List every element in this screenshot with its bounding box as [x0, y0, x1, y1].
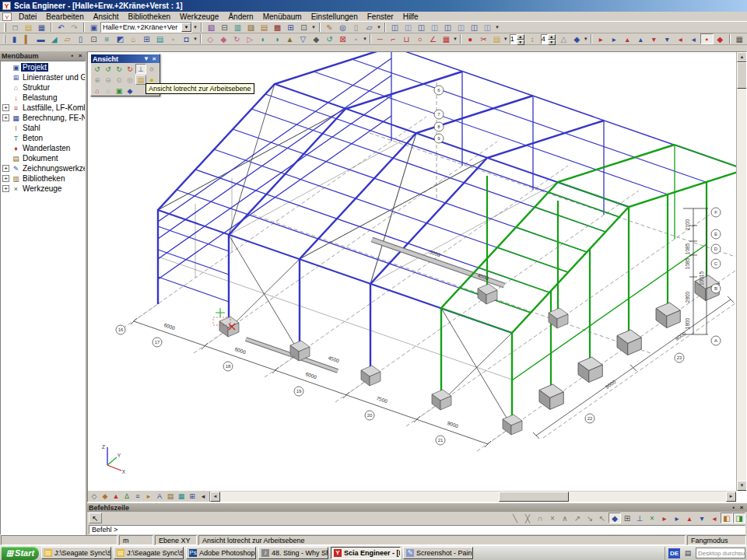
- mirror-icon[interactable]: ▷: [244, 33, 257, 44]
- snap-node-blue-icon[interactable]: ▸: [671, 513, 683, 523]
- toolbar-grip[interactable]: [4, 35, 5, 44]
- toolbar-overflow-caret[interactable]: ▼: [503, 33, 508, 44]
- taskbar-button[interactable]: ▤J:\Seagate Sync\SyncRe...: [41, 547, 111, 559]
- spinner-up-icon[interactable]: ▲: [548, 34, 556, 40]
- zoom-all-icon[interactable]: ◎: [124, 75, 135, 85]
- line-grid-icon[interactable]: ⊥: [633, 513, 646, 523]
- new-file-icon[interactable]: □: [9, 22, 22, 33]
- circle-icon[interactable]: ○: [413, 33, 426, 44]
- storey-icon[interactable]: ▤: [153, 33, 167, 44]
- win-arrange-7-icon[interactable]: ◫: [468, 22, 481, 33]
- command-input[interactable]: Befehl >: [89, 525, 745, 534]
- toolbar-overflow-caret[interactable]: ▼: [584, 33, 588, 44]
- cut-icon[interactable]: ✂: [477, 33, 490, 44]
- model-viewport[interactable]: 1617181920212223FEDCBA6789 6000600060007…: [87, 51, 747, 502]
- load-combi-icon[interactable]: ◆: [714, 33, 727, 44]
- zoom-question-icon[interactable]: ○: [146, 64, 157, 74]
- close-icon[interactable]: ×: [150, 55, 158, 62]
- spinner-value[interactable]: 1: [510, 34, 517, 44]
- snap-perp-icon[interactable]: ↘: [584, 513, 596, 523]
- save-icon[interactable]: ▦: [35, 22, 48, 33]
- clipboard-icon[interactable]: ▤: [258, 22, 271, 33]
- zoom-in-icon[interactable]: ⊕: [92, 75, 103, 85]
- spinner-value[interactable]: 4: [541, 34, 548, 44]
- pin-icon[interactable]: ▪: [730, 504, 738, 512]
- win-arrange-4-icon[interactable]: ◫: [428, 22, 441, 33]
- redo-icon[interactable]: ↷: [68, 22, 81, 33]
- close-icon[interactable]: ×: [76, 52, 84, 60]
- member-beam-icon[interactable]: ▬: [34, 33, 47, 44]
- win-arrange-5-icon[interactable]: ◫: [441, 22, 454, 33]
- view-axo-icon[interactable]: ↻: [124, 64, 135, 74]
- toolbar-overflow-caret[interactable]: ▼: [310, 22, 317, 33]
- open-esa-icon[interactable]: ▤: [490, 33, 503, 44]
- shading-icon[interactable]: ▦: [176, 492, 187, 502]
- rib-icon[interactable]: ≡: [100, 33, 114, 44]
- coord-info-icon[interactable]: ▣: [114, 86, 124, 96]
- menu-bearbeiten[interactable]: Bearbeiten: [41, 12, 88, 21]
- axes-icon[interactable]: ∆: [121, 492, 132, 502]
- clipping-box-icon[interactable]: ▤: [135, 75, 146, 85]
- sidebar-item-beton[interactable]: TBeton: [1, 133, 85, 143]
- snap-opt2-icon[interactable]: ◨: [733, 513, 745, 523]
- vertical-scrollbar[interactable]: ▲ ▼: [736, 52, 746, 491]
- hatch-icon[interactable]: ▦: [440, 33, 453, 44]
- cursor-snap-icon[interactable]: ◆: [608, 513, 621, 523]
- view-default-icon[interactable]: ⌂: [103, 86, 114, 96]
- expand-icon[interactable]: +: [2, 165, 9, 172]
- printer-icon[interactable]: ⊟: [218, 22, 231, 33]
- sidebar-item-dokument[interactable]: ▤Dokument: [1, 153, 85, 163]
- zoom-doc-icon[interactable]: ◎: [336, 22, 349, 33]
- sidebar-item-zeichnungswerkzeuge[interactable]: +✎Zeichnungswerkzeuge: [1, 163, 85, 173]
- render-icon[interactable]: ▲: [110, 492, 121, 502]
- opening-icon[interactable]: ⊡: [87, 33, 100, 44]
- menu-fenster[interactable]: Fenster: [363, 12, 398, 21]
- collapse-left-icon[interactable]: ◂: [198, 492, 209, 502]
- snap-center-icon[interactable]: ◂: [708, 513, 721, 523]
- load-free-icon[interactable]: ▾: [661, 33, 674, 44]
- spinner-down-icon[interactable]: ▼: [517, 40, 524, 45]
- project-icon[interactable]: ▧: [205, 22, 218, 33]
- taskbar-button[interactable]: ♪48. Sting - Why Should I ...: [258, 547, 328, 559]
- scroll-down-icon[interactable]: ▼: [737, 481, 747, 491]
- ruler-icon[interactable]: ≡: [132, 492, 143, 502]
- snap-node-red-icon[interactable]: ▸: [658, 513, 671, 523]
- toolbar-overflow-caret[interactable]: ▼: [494, 22, 500, 33]
- snap-endpoint-icon[interactable]: ╲: [509, 513, 521, 523]
- move-icon[interactable]: ◇: [204, 33, 217, 44]
- sidebar-item-berechnung-fe-netz[interactable]: +▦Berechnung, FE-Netz: [1, 113, 85, 123]
- project-selector-combobox[interactable]: Halle+Erw.+2Kräne+Ver▼: [100, 22, 192, 33]
- labels-icon[interactable]: ▸: [143, 492, 154, 502]
- activity-icon[interactable]: ↕: [526, 33, 539, 44]
- menu-menbaum[interactable]: Menübaum: [258, 12, 307, 21]
- join-icon[interactable]: ↺: [323, 33, 336, 44]
- layout-icon[interactable]: ⊞: [284, 22, 297, 33]
- load-surface-icon[interactable]: ▴: [621, 33, 634, 44]
- snap-ortho-icon[interactable]: ↗: [571, 513, 584, 523]
- member-1d-icon[interactable]: ▮: [8, 33, 21, 44]
- print-preview-icon[interactable]: ▥: [231, 22, 244, 33]
- plate-icon[interactable]: ▱: [61, 33, 74, 44]
- view-settings-icon[interactable]: ⌂: [92, 86, 103, 96]
- grid-icon[interactable]: ⊞: [140, 33, 153, 44]
- snap-node-icon[interactable]: ◘: [180, 33, 193, 44]
- document-icon[interactable]: ⊡: [297, 22, 310, 33]
- expand-icon[interactable]: +: [2, 114, 9, 121]
- toolbar-overflow-caret[interactable]: ▼: [453, 33, 458, 44]
- win-arrange-8-icon[interactable]: ◫: [481, 22, 494, 33]
- line-icon[interactable]: ─: [374, 33, 387, 44]
- node-icon[interactable]: ◦: [167, 33, 180, 44]
- extend-icon[interactable]: ▽: [296, 33, 310, 44]
- open-file-icon[interactable]: ▤: [22, 22, 35, 33]
- angle-icon[interactable]: ∠: [426, 33, 440, 44]
- snap-mid-icon[interactable]: ∧: [559, 513, 571, 523]
- scroll-up-icon[interactable]: ▲: [737, 52, 747, 62]
- undo-icon[interactable]: ↶: [54, 22, 68, 33]
- chevron-down-icon[interactable]: ▼: [142, 55, 150, 62]
- wireframe-icon[interactable]: ◇: [89, 492, 100, 502]
- menu-ansicht[interactable]: Ansicht: [89, 12, 124, 21]
- spinner-up-icon[interactable]: ▲: [517, 34, 524, 40]
- view-x-icon[interactable]: ↺: [92, 64, 103, 74]
- menu-bibliotheken[interactable]: Bibliotheken: [124, 12, 175, 21]
- scroll-right-icon[interactable]: ►: [726, 492, 736, 502]
